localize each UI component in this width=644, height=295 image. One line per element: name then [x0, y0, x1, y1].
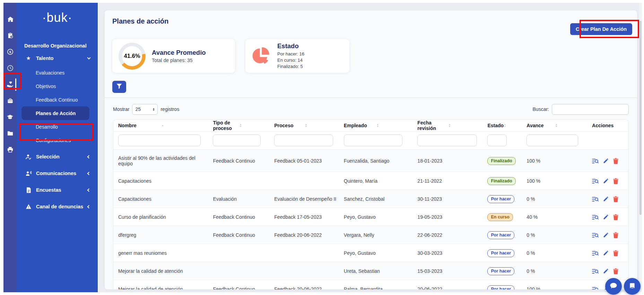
view-details-button[interactable] — [592, 158, 599, 164]
cell-estado: En curso — [482, 208, 522, 226]
select-arrows-icon: ▲▼ — [153, 107, 155, 111]
col-header-empleado[interactable]: Empleado▲▼ — [339, 120, 412, 131]
col-header-tipo-proceso[interactable]: Tipo de proceso▲▼ — [208, 120, 269, 131]
speech-bubble-icon — [610, 283, 617, 290]
cell-empleado: Peyo, Gustavo — [339, 208, 412, 226]
sidebar-item-evaluaciones[interactable]: Evaluaciones — [21, 66, 89, 79]
sidebar-item-planes-de-acci-n[interactable]: Planes de Acción — [21, 106, 89, 120]
view-details-button[interactable] — [592, 215, 599, 220]
edit-button[interactable] — [603, 214, 609, 220]
delete-button[interactable] — [613, 178, 618, 184]
edit-button[interactable] — [603, 232, 609, 238]
status-badge: Finalizado — [487, 177, 515, 185]
cell-acciones — [587, 190, 628, 208]
filter-button[interactable] — [112, 81, 126, 93]
page-size-select[interactable]: 25 ▲▼ — [132, 104, 158, 115]
stat-title-avance: Avance Promedio — [152, 49, 206, 57]
estado-por-hacer: Por hacer: 16 — [277, 51, 304, 57]
view-details-button[interactable] — [592, 287, 599, 290]
sidebar-group-seleccion[interactable]: Selección — [17, 150, 98, 164]
cell-empleado: Ureta, Sebastian — [339, 262, 412, 280]
create-plan-button[interactable]: Crear Plan De Acción — [570, 23, 632, 35]
delete-button[interactable] — [613, 214, 618, 220]
cell-estado: Finalizado — [482, 172, 522, 190]
star-icon: ★ — [25, 55, 32, 61]
sort-icon: ▲▼ — [555, 123, 584, 127]
view-details-button[interactable] — [592, 233, 599, 238]
cell-nombre: Mejorar la calidad de atención — [113, 262, 208, 280]
sidebar-item-desarrollo[interactable]: Desarrollo — [21, 120, 89, 133]
col-header-estado[interactable]: Estado▲▼ — [482, 120, 522, 131]
cell-fecha-revision: 20-06-2022 — [412, 280, 482, 289]
filter-input-empleado[interactable] — [344, 135, 402, 146]
sidebar-item-feedback-continuo[interactable]: Feedback Continuo — [21, 93, 89, 106]
cell-tipo-proceso: Feedback Continuo — [208, 226, 269, 244]
briefcase-icon[interactable] — [3, 93, 17, 109]
sidebar-item-configuraciones[interactable]: Configuraciones — [21, 133, 89, 147]
delete-button[interactable] — [613, 196, 618, 202]
search-input[interactable] — [552, 104, 629, 115]
status-badge: Por hacer — [487, 267, 514, 275]
help-book-fab-button[interactable] — [624, 278, 641, 295]
filter-input-avance[interactable] — [526, 135, 578, 146]
sidebar-group-encuestas[interactable]: Encuestas — [17, 183, 98, 197]
filter-input-fecha-revision[interactable] — [417, 135, 477, 146]
col-header-proceso[interactable]: Proceso▲▼ — [269, 120, 339, 131]
cell-estado: Por hacer — [482, 262, 522, 280]
printer-icon[interactable] — [3, 141, 17, 158]
sort-icon: ▲▼ — [240, 123, 266, 127]
status-badge: Finalizado — [487, 157, 515, 165]
cell-avance: 0 % — [522, 226, 587, 244]
cell-avance: 100 % — [522, 172, 587, 190]
home-icon[interactable] — [3, 11, 17, 27]
svg-text:$: $ — [9, 50, 11, 54]
chat-fab-button[interactable] — [605, 278, 622, 295]
filter-input-proceso[interactable] — [274, 135, 333, 146]
cell-proceso: Feedback 20-06-2022 — [269, 280, 339, 289]
delete-button[interactable] — [613, 232, 618, 238]
edit-button[interactable] — [603, 196, 609, 202]
warning-triangle-icon — [25, 204, 32, 209]
edit-button[interactable] — [603, 178, 609, 184]
col-header-avance[interactable]: Avance▲▼ — [522, 120, 587, 131]
edit-button[interactable] — [603, 268, 609, 274]
delete-button[interactable] — [613, 268, 618, 274]
dollar-icon[interactable]: $ — [3, 44, 17, 60]
cell-tipo-proceso — [208, 262, 269, 280]
edit-button[interactable] — [603, 250, 609, 256]
scrollbar-thumb[interactable] — [639, 21, 642, 215]
cell-tipo-proceso — [208, 172, 269, 190]
sidebar-group-comunicaciones[interactable]: Comunicaciones — [17, 166, 98, 180]
col-header-nombre[interactable]: Nombre▲ — [113, 120, 208, 131]
clipboard-clock-icon[interactable] — [3, 27, 17, 44]
estado-finalizado: Finalizado: 5 — [277, 63, 304, 70]
cell-fecha-revision: 18-01-2023 — [412, 149, 482, 172]
view-details-button[interactable] — [592, 251, 599, 256]
sidebar-group-canal-denuncias[interactable]: Canal de denuncias — [17, 200, 98, 214]
filter-input-tipo-proceso[interactable] — [213, 135, 261, 146]
table-row: Asistir al 90% de las actividades del eq… — [113, 149, 628, 172]
plans-table: Nombre▲ Tipo de proceso▲▼ Proceso▲▼ Empl… — [113, 119, 629, 289]
sidebar-item-objetivos[interactable]: Objetivos — [21, 79, 89, 93]
sort-icon: ▲ — [162, 124, 205, 127]
filter-input-estado[interactable] — [487, 135, 507, 146]
divider — [105, 97, 637, 98]
clock-icon[interactable] — [3, 60, 17, 76]
edit-button[interactable] — [603, 158, 609, 164]
progress-percent: 41.6% — [119, 43, 146, 70]
delete-button[interactable] — [613, 158, 618, 164]
chevron-left-icon — [87, 205, 91, 208]
view-details-button[interactable] — [592, 179, 599, 184]
delete-button[interactable] — [613, 250, 618, 256]
filter-input-nombre[interactable] — [118, 135, 201, 146]
view-details-button[interactable] — [592, 197, 599, 202]
cell-proceso — [269, 172, 339, 190]
chevron-left-icon — [87, 188, 91, 192]
folder-icon[interactable] — [3, 125, 17, 141]
sidebar-group-talento[interactable]: ★ Talento — [17, 51, 98, 65]
col-header-fecha-revision[interactable]: Fecha revisión▲▼ — [412, 120, 482, 131]
hand-heart-icon[interactable] — [3, 76, 17, 93]
view-details-button[interactable] — [592, 269, 599, 274]
scrollbar[interactable] — [639, 3, 642, 292]
graduation-cap-icon[interactable] — [3, 109, 17, 125]
